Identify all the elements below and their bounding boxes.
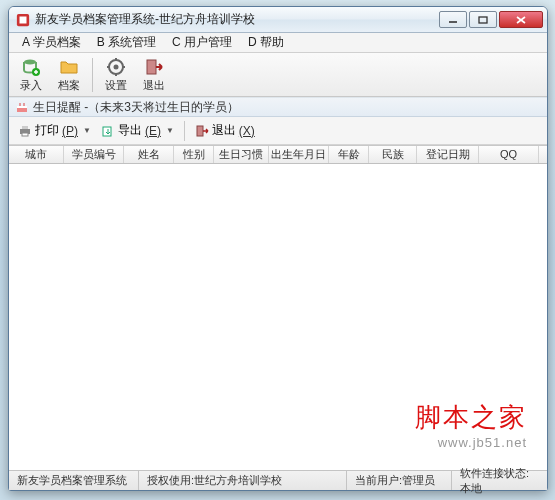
svg-point-6 (24, 59, 36, 64)
gear-icon (106, 57, 126, 77)
column-header[interactable]: 学员编号 (64, 146, 124, 163)
print-label: 打印 (35, 122, 59, 139)
print-key: (P) (62, 124, 78, 138)
status-connection: 软件连接状态:本地 (452, 471, 547, 490)
column-header[interactable]: 生日习惯 (214, 146, 269, 163)
database-add-icon (21, 57, 41, 77)
menu-help[interactable]: D 帮助 (240, 32, 292, 53)
panel-toolbar: 打印(P)▼ 导出(E)▼ 退出(X) (9, 117, 547, 145)
column-header[interactable]: QQ (479, 146, 539, 163)
app-icon (16, 13, 30, 27)
column-header[interactable]: 民族 (369, 146, 417, 163)
svg-rect-16 (147, 60, 156, 74)
toolbar-settings-label: 设置 (105, 78, 127, 93)
folder-icon (59, 57, 79, 77)
svg-rect-1 (20, 16, 27, 23)
export-label: 导出 (118, 122, 142, 139)
toolbar-entry-button[interactable]: 录入 (13, 55, 49, 95)
titlebar: 新友学员档案管理系统-世纪方舟培训学校 (9, 7, 547, 33)
panel-header: 生日提醒 -（未来3天将过生日的学员） (9, 97, 547, 117)
toolbar-settings-button[interactable]: 设置 (98, 55, 134, 95)
menu-system-manage[interactable]: B 系统管理 (89, 32, 164, 53)
exit-icon (144, 57, 164, 77)
printer-icon (18, 124, 32, 138)
column-header[interactable]: 登记日期 (417, 146, 479, 163)
chevron-down-icon: ▼ (166, 126, 174, 135)
cake-icon (15, 100, 29, 114)
status-user: 当前用户:管理员 (347, 471, 452, 490)
maximize-button[interactable] (469, 11, 497, 28)
svg-point-11 (114, 64, 119, 69)
chevron-down-icon: ▼ (83, 126, 91, 135)
panel-title: 生日提醒 -（未来3天将过生日的学员） (33, 99, 239, 116)
print-button[interactable]: 打印(P)▼ (13, 120, 96, 141)
main-toolbar: 录入 档案 设置 退出 (9, 53, 547, 97)
data-grid[interactable]: 城市学员编号姓名性别生日习惯出生年月日年龄民族登记日期QQ 脚本之家 www.j… (9, 145, 547, 470)
grid-header: 城市学员编号姓名性别生日习惯出生年月日年龄民族登记日期QQ (9, 146, 547, 164)
svg-rect-25 (197, 126, 203, 136)
export-button[interactable]: 导出(E)▼ (96, 120, 179, 141)
window-title: 新友学员档案管理系统-世纪方舟培训学校 (35, 11, 437, 28)
status-license: 授权使用:世纪方舟培训学校 (139, 471, 347, 490)
toolbar-exit-label: 退出 (143, 78, 165, 93)
svg-rect-3 (479, 17, 487, 23)
menu-student-archive[interactable]: A 学员档案 (14, 32, 89, 53)
export-key: (E) (145, 124, 161, 138)
watermark-url: www.jb51.net (415, 435, 527, 450)
door-exit-icon (195, 124, 209, 138)
toolbar-separator (184, 121, 185, 141)
toolbar-archive-button[interactable]: 档案 (51, 55, 87, 95)
statusbar: 新友学员档案管理系统 授权使用:世纪方舟培训学校 当前用户:管理员 软件连接状态… (9, 470, 547, 490)
menubar: A 学员档案 B 系统管理 C 用户管理 D 帮助 (9, 33, 547, 53)
column-header[interactable]: 出生年月日 (269, 146, 329, 163)
toolbar-entry-label: 录入 (20, 78, 42, 93)
watermark: 脚本之家 www.jb51.net (415, 400, 527, 450)
menu-user-manage[interactable]: C 用户管理 (164, 32, 240, 53)
svg-rect-22 (22, 126, 28, 129)
close-button[interactable] (499, 11, 543, 28)
toolbar-exit-button[interactable]: 退出 (136, 55, 172, 95)
status-app: 新友学员档案管理系统 (9, 471, 139, 490)
toolbar-separator (92, 58, 93, 92)
svg-rect-18 (17, 106, 27, 108)
minimize-button[interactable] (439, 11, 467, 28)
svg-rect-23 (22, 133, 28, 136)
grid-body: 脚本之家 www.jb51.net (9, 164, 547, 470)
toolbar-archive-label: 档案 (58, 78, 80, 93)
column-header[interactable]: 姓名 (124, 146, 174, 163)
window-controls (437, 11, 543, 28)
panel-close-key: (X) (239, 124, 255, 138)
column-header[interactable]: 性别 (174, 146, 214, 163)
column-header[interactable]: 年龄 (329, 146, 369, 163)
panel-close-label: 退出 (212, 122, 236, 139)
export-icon (101, 124, 115, 138)
watermark-text: 脚本之家 (415, 400, 527, 435)
svg-rect-24 (103, 127, 111, 136)
column-header[interactable]: 城市 (9, 146, 64, 163)
panel-close-button[interactable]: 退出(X) (190, 120, 260, 141)
main-window: 新友学员档案管理系统-世纪方舟培训学校 A 学员档案 B 系统管理 C 用户管理… (8, 6, 548, 491)
